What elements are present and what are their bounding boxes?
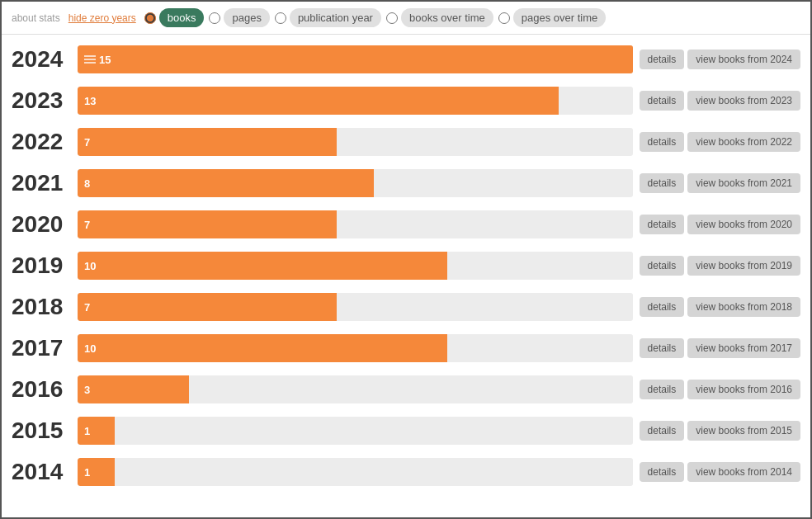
bar-count-2017: 10 (84, 342, 96, 355)
year-row: 20227detailsview books from 2022 (12, 122, 800, 162)
details-button-2022[interactable]: details (640, 132, 685, 152)
bar-count-2018: 7 (84, 301, 90, 314)
year-row: 20218detailsview books from 2021 (12, 163, 800, 203)
details-button-2015[interactable]: details (640, 421, 685, 441)
view-books-button-2015[interactable]: view books from 2015 (687, 421, 800, 441)
year-label-2014: 2014 (12, 459, 78, 485)
bar-count-2016: 3 (84, 384, 90, 396)
bar-fill-2021: 8 (78, 169, 374, 197)
tab-books-over-time[interactable]: books over time (386, 8, 493, 27)
bar-fill-2014: 1 (78, 458, 115, 486)
bar-count-2015: 1 (84, 425, 90, 437)
tab-pages[interactable]: pages (209, 8, 269, 27)
bar-container-2018: 7 (78, 293, 633, 321)
year-row: 20141detailsview books from 2014 (12, 452, 800, 492)
bar-count-2024: 15 (99, 54, 111, 66)
year-row: 20207detailsview books from 2020 (12, 205, 800, 244)
bar-container-2021: 8 (78, 169, 633, 197)
bar-container-2014: 1 (78, 458, 633, 486)
year-label-2022: 2022 (12, 129, 78, 155)
bar-fill-2020: 7 (78, 210, 337, 238)
year-row: 202415detailsview books from 2024 (12, 40, 800, 79)
details-button-2019[interactable]: details (640, 256, 685, 276)
bar-count-2020: 7 (84, 219, 90, 231)
bar-container-2022: 7 (78, 128, 633, 156)
view-books-button-2014[interactable]: view books from 2014 (687, 462, 800, 482)
header: about stats hide zero years books pages … (2, 2, 810, 35)
bar-fill-2024: 15 (78, 45, 633, 73)
view-books-button-2022[interactable]: view books from 2022 (687, 132, 800, 152)
year-label-2017: 2017 (12, 335, 78, 361)
tab-pages-label: pages (224, 8, 269, 27)
year-row: 201910detailsview books from 2019 (12, 246, 800, 285)
bar-container-2016: 3 (78, 375, 633, 403)
details-button-2020[interactable]: details (640, 215, 685, 234)
year-label-2024: 2024 (12, 46, 78, 73)
bar-container-2020: 7 (78, 210, 633, 238)
bar-count-2019: 10 (84, 260, 96, 272)
view-books-button-2017[interactable]: view books from 2017 (687, 338, 800, 358)
year-label-2018: 2018 (12, 294, 78, 320)
view-books-button-2024[interactable]: view books from 2024 (687, 50, 800, 69)
year-label-2020: 2020 (12, 211, 78, 238)
view-books-button-2016[interactable]: view books from 2016 (687, 380, 800, 399)
hide-zero-years-link[interactable]: hide zero years (68, 12, 136, 24)
bar-count-2021: 8 (84, 177, 90, 190)
bar-fill-2018: 7 (78, 293, 337, 321)
details-button-2023[interactable]: details (640, 91, 685, 111)
tab-group: books pages publication year books over … (144, 8, 606, 27)
year-row: 20163detailsview books from 2016 (12, 370, 800, 409)
year-label-2016: 2016 (12, 376, 78, 403)
tab-publication-year-label: publication year (290, 8, 381, 27)
details-button-2024[interactable]: details (640, 50, 685, 69)
bar-count-2022: 7 (84, 136, 90, 149)
tab-books-over-time-label: books over time (401, 8, 493, 27)
year-label-2021: 2021 (12, 170, 78, 196)
view-books-button-2023[interactable]: view books from 2023 (687, 91, 800, 111)
bar-count-2014: 1 (84, 466, 90, 479)
bar-container-2023: 13 (78, 87, 633, 115)
year-row: 201710detailsview books from 2017 (12, 328, 800, 368)
details-button-2017[interactable]: details (640, 338, 685, 358)
bar-container-2015: 1 (78, 417, 633, 445)
year-row: 20187detailsview books from 2018 (12, 287, 800, 327)
bar-fill-2016: 3 (78, 375, 189, 403)
bar-fill-2019: 10 (78, 252, 447, 280)
tab-publication-year[interactable]: publication year (275, 8, 381, 27)
details-button-2016[interactable]: details (640, 380, 685, 399)
year-label-2019: 2019 (12, 252, 78, 279)
bar-icon (84, 55, 96, 64)
view-books-button-2019[interactable]: view books from 2019 (687, 256, 800, 276)
tab-pages-over-time[interactable]: pages over time (498, 8, 607, 27)
about-stats-link[interactable]: about stats (12, 12, 60, 24)
details-button-2021[interactable]: details (640, 173, 685, 193)
bar-fill-2022: 7 (78, 128, 337, 156)
bar-fill-2017: 10 (78, 334, 447, 362)
view-books-button-2018[interactable]: view books from 2018 (687, 297, 800, 317)
year-label-2015: 2015 (12, 418, 78, 444)
year-label-2023: 2023 (12, 87, 78, 114)
bar-fill-2023: 13 (78, 87, 559, 115)
view-books-button-2020[interactable]: view books from 2020 (687, 215, 800, 234)
year-row: 20151detailsview books from 2015 (12, 411, 800, 451)
details-button-2014[interactable]: details (640, 462, 685, 482)
chart-area: 202415detailsview books from 2024202313d… (2, 35, 810, 498)
view-books-button-2021[interactable]: view books from 2021 (687, 173, 800, 193)
bar-container-2024: 15 (78, 45, 633, 73)
year-row: 202313detailsview books from 2023 (12, 81, 800, 120)
details-button-2018[interactable]: details (640, 297, 685, 317)
tab-pages-over-time-label: pages over time (513, 8, 607, 27)
bar-container-2017: 10 (78, 334, 633, 362)
tab-books[interactable]: books (144, 8, 205, 27)
bar-count-2023: 13 (84, 95, 96, 107)
bar-container-2019: 10 (78, 252, 633, 280)
bar-fill-2015: 1 (78, 417, 115, 445)
tab-books-label: books (159, 8, 205, 27)
